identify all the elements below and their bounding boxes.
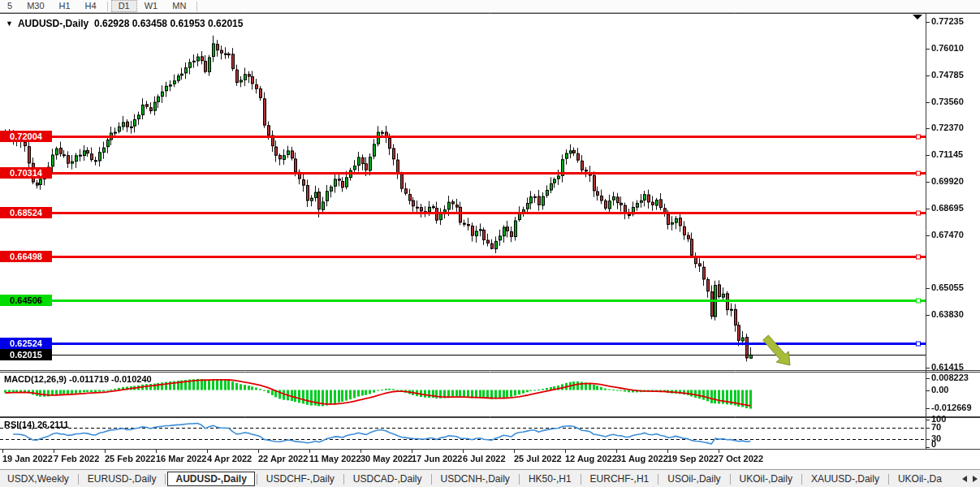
tab-divider	[343, 474, 344, 485]
mt4-terminal: { "toolbar": { "timeframes": [ {"label":…	[0, 0, 980, 487]
timeframe-button-d1[interactable]: D1	[111, 0, 137, 12]
symbol-tab-usdchf-daily[interactable]: USDCHF-,Daily	[259, 472, 342, 486]
symbol-tab-hk50-h1[interactable]: HK50-,H1	[521, 472, 579, 486]
tab-divider	[519, 474, 520, 485]
rsi-label: RSI(14) 26.2111	[4, 420, 69, 429]
price-axis-tick-label: 0.77235	[931, 16, 964, 26]
timeframe-button-h4[interactable]: H4	[78, 0, 104, 12]
macd-axis-label: 0.00	[931, 385, 948, 394]
symbol-tab-usdcad-daily[interactable]: USDCAD-,Daily	[346, 472, 430, 486]
date-axis-label: 16 Mar 2022	[156, 454, 206, 463]
price-axis-tick-label: 0.72370	[931, 123, 964, 132]
date-axis-label: 17 Jun 2022	[412, 454, 462, 463]
current-price-badge: 0.62015	[0, 349, 52, 360]
chart-ohlc: 0.62928 0.63458 0.61953 0.62015	[94, 18, 244, 29]
date-axis-label: 31 Aug 2022	[616, 454, 668, 463]
date-axis-label: 22 Apr 2022	[258, 454, 308, 463]
date-axis-label: 25 Jul 2022	[514, 454, 562, 463]
tab-divider	[431, 474, 432, 485]
date-axis-label: 12 Aug 2022	[565, 454, 617, 463]
macd-axis-label: 0.008223	[931, 373, 969, 382]
symbol-dropdown-icon[interactable]: ▼	[6, 19, 13, 28]
symbol-tab-ukoil-da[interactable]: UKOil-,Da	[891, 472, 949, 486]
chart-title: ▼AUDUSD-,Daily 0.62928 0.63458 0.61953 0…	[6, 18, 243, 29]
symbol-tab-audusd-daily[interactable]: AUDUSD-,Daily	[167, 472, 254, 486]
toolbar-separator	[196, 2, 197, 11]
date-axis-label: 7 Feb 2022	[54, 454, 99, 463]
macd-axis-label: -0.012669	[931, 403, 972, 412]
tab-divider	[730, 474, 731, 485]
tab-divider	[581, 474, 581, 485]
symbol-tab-usoil-daily[interactable]: USOil-,Daily	[660, 472, 727, 486]
date-axis-label: 11 May 2022	[309, 454, 361, 463]
price-line-badge[interactable]: 0.66498	[0, 251, 52, 262]
price-line-badge[interactable]: 0.72004	[0, 131, 52, 142]
tabs-scroll-right-icon[interactable]	[973, 476, 978, 482]
date-axis-label: 6 Jul 2022	[463, 454, 506, 463]
tab-divider	[257, 474, 257, 485]
toolbar-separator	[107, 2, 108, 11]
symbol-tab-eurchf-h1[interactable]: EURCHF-,H1	[583, 472, 657, 486]
tab-divider	[888, 474, 889, 485]
timeframe-button-5[interactable]: 5	[0, 0, 19, 12]
rsi-axis-label: 0	[931, 439, 936, 449]
tab-divider	[801, 474, 802, 485]
tab-divider	[78, 474, 79, 485]
price-line-badge[interactable]: 0.62524	[0, 338, 52, 349]
price-axis-tick-label: 0.69920	[931, 176, 964, 186]
timeframe-toolbar: 5M30H1H4D1W1MN	[0, 0, 980, 13]
price-line-badge[interactable]: 0.70314	[0, 167, 52, 179]
price-axis-tick-label: 0.71145	[931, 149, 963, 159]
date-axis-label: 19 Jan 2022	[2, 454, 53, 463]
price-line-badge[interactable]: 0.64506	[0, 295, 52, 306]
price-axis-tick-label: 0.68695	[931, 203, 964, 213]
tab-divider	[165, 474, 166, 485]
tab-scroll-controls	[957, 470, 978, 487]
timeframe-button-h1[interactable]: H1	[52, 0, 78, 12]
macd-label: MACD(12,26,9) -0.011719 -0.010240	[4, 374, 152, 384]
chart-symbol: AUDUSD-,Daily	[18, 18, 89, 29]
price-axis-tick-label: 0.65055	[931, 282, 964, 292]
price-axis-tick-label: 0.73560	[931, 97, 964, 106]
timeframe-button-m30[interactable]: M30	[19, 0, 51, 12]
symbol-tab-ukoil-daily[interactable]: UKOil-,Daily	[732, 472, 800, 486]
price-axis-tick-label: 0.74785	[931, 70, 964, 80]
date-axis-label: 25 Feb 2022	[105, 454, 155, 463]
timeframe-button-mn[interactable]: MN	[165, 0, 193, 12]
chart-canvas[interactable]	[0, 0, 980, 487]
rsi-axis-label: 70	[931, 422, 941, 432]
price-axis-tick-label: 0.76010	[931, 43, 964, 53]
date-axis-label: 30 May 2022	[360, 454, 412, 463]
date-axis-label: 4 Apr 2022	[207, 454, 252, 463]
date-axis-label: 7 Oct 2022	[719, 454, 763, 463]
tab-divider	[658, 474, 658, 485]
timeframe-button-w1[interactable]: W1	[137, 0, 166, 12]
price-line-badge[interactable]: 0.68524	[0, 207, 52, 218]
price-axis-tick-label: 0.61415	[931, 362, 964, 372]
symbol-tab-usdcnh-daily[interactable]: USDCNH-,Daily	[434, 472, 517, 486]
price-axis-tick-label: 0.67470	[931, 230, 964, 239]
symbol-tab-eurusd-daily[interactable]: EURUSD-,Daily	[80, 472, 164, 486]
symbol-tab-usdx-weekly[interactable]: USDX,Weekly	[0, 472, 76, 486]
symbol-tab-xauusd-daily[interactable]: XAUUSD-,Daily	[804, 472, 887, 486]
price-axis-tick-label: 0.63830	[931, 309, 964, 319]
date-axis-label: 19 Sep 2022	[667, 454, 719, 463]
symbol-tab-bar: USDX,WeeklyEURUSD-,DailyAUDUSD-,DailyUSD…	[0, 469, 980, 487]
tabs-scroll-left-icon[interactable]	[962, 476, 967, 482]
